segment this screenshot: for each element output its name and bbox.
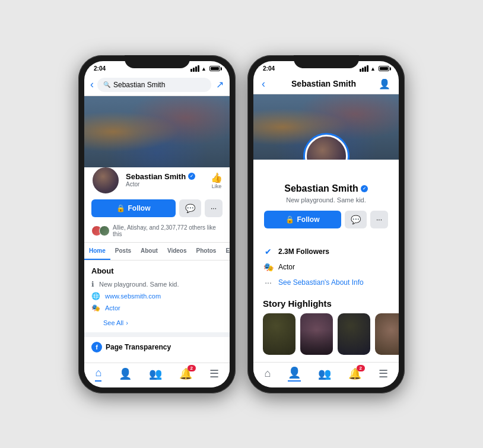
- nav-profile-left[interactable]: 👤: [119, 367, 132, 380]
- about-link-left[interactable]: www.sebsmith.com: [105, 293, 161, 300]
- more-dots-right: ···: [376, 215, 382, 224]
- highlight-2[interactable]: [300, 313, 333, 355]
- signal-r2: [362, 68, 364, 72]
- messenger-button-left[interactable]: 💬: [179, 199, 201, 217]
- nav-home-right[interactable]: ⌂: [264, 367, 271, 380]
- actor-icon: 🎭: [263, 262, 274, 272]
- notch-left: [125, 55, 190, 68]
- likes-text-left: Allie, Atishay, and 2,307,772 others lik…: [113, 224, 223, 237]
- about-dots-icon: ···: [263, 278, 274, 287]
- fb-letter-left: f: [96, 344, 98, 351]
- signal-1: [190, 69, 192, 72]
- back-button-left[interactable]: ‹: [90, 78, 94, 91]
- battery-left: [209, 66, 220, 71]
- info-item-about[interactable]: ··· See Sebastian's About Info: [263, 275, 389, 290]
- profile-section-left: Sebastian Smith ✓ Actor 👍 Like: [84, 167, 230, 199]
- nav-friends-right[interactable]: 👥: [318, 367, 331, 380]
- nav-notifications-right[interactable]: 🔔 2: [348, 367, 361, 380]
- search-box-left[interactable]: 🔍 Sebastian Smith: [97, 78, 211, 92]
- more-button-left[interactable]: ···: [205, 199, 223, 217]
- highlight-3[interactable]: [338, 313, 370, 355]
- info-item-followers: ✔ 2.3M Followers: [263, 244, 389, 259]
- avatar-left: [91, 166, 120, 195]
- nav-menu-left[interactable]: ☰: [209, 367, 219, 380]
- more-dots-left: ···: [211, 204, 217, 212]
- tab-home-left[interactable]: Home: [84, 243, 110, 260]
- notch-right: [294, 55, 359, 68]
- about-item-1-left: ℹ New playground. Same kid.: [91, 280, 223, 288]
- status-icons-right: ▲: [360, 65, 389, 72]
- nav-profile-right[interactable]: 👤: [288, 366, 301, 382]
- follow-button-left[interactable]: 🔒 Follow: [91, 199, 176, 217]
- globe-icon-left: 🌐: [91, 292, 100, 300]
- like-icon-left: 👍: [211, 172, 223, 183]
- signal-r4: [367, 65, 368, 72]
- messenger-icon-right: 💬: [351, 215, 361, 224]
- tab-more-left[interactable]: Eve: [221, 243, 230, 260]
- cover-photo-left: [84, 96, 230, 167]
- tab-videos-left[interactable]: Videos: [163, 243, 192, 260]
- story-highlights-title: Story Highlights: [253, 293, 399, 313]
- profile-tagline-right: New playground. Same kid.: [263, 196, 389, 204]
- followers-icon: ✔: [263, 247, 274, 256]
- info-list-right: ✔ 2.3M Followers 🎭 Actor ··· See Sebasti…: [253, 242, 399, 293]
- tab-about-left[interactable]: About: [136, 243, 163, 260]
- follow-lock-icon-left: 🔒: [116, 204, 125, 212]
- follow-button-right[interactable]: 🔒 Follow: [264, 211, 341, 228]
- divider-left: [84, 332, 230, 337]
- mini-avatar-2: [99, 225, 110, 236]
- left-screen: 2:04 ▲ ‹ 🔍: [84, 61, 230, 387]
- like-button-left[interactable]: 👍 Like: [211, 172, 223, 189]
- about-info-text[interactable]: See Sebastian's About Info: [278, 278, 364, 287]
- messenger-button-right[interactable]: 💬: [345, 211, 367, 228]
- notification-badge-right: 2: [357, 365, 365, 371]
- action-row-left: 🔒 Follow 💬 ···: [84, 199, 230, 222]
- share-button-left[interactable]: ↗: [216, 79, 224, 90]
- nav-bar-left: ‹ 🔍 Sebastian Smith ↗: [84, 74, 230, 96]
- bottom-nav-left: ⌂ 👤 👥 🔔 2 ☰: [84, 363, 230, 387]
- about-actor-left[interactable]: Actor: [105, 304, 120, 312]
- likes-row-left: Allie, Atishay, and 2,307,772 others lik…: [84, 222, 230, 242]
- tab-photos-left[interactable]: Photos: [192, 243, 221, 260]
- name-text-left: Sebastian Smith: [126, 172, 186, 181]
- film-icon-left: 🎭: [91, 304, 100, 312]
- nav-notifications-left[interactable]: 🔔 2: [179, 367, 192, 380]
- nav-home-left[interactable]: ⌂: [95, 367, 101, 382]
- verified-badge-right: ✓: [361, 185, 368, 192]
- right-phone: 2:04 ▲ ‹ Sebastian Smith: [247, 55, 405, 393]
- like-label-left: Like: [212, 183, 222, 189]
- nav-menu-right[interactable]: ☰: [379, 367, 388, 380]
- about-title-left: About: [91, 266, 223, 275]
- name-text-right: Sebastian Smith: [284, 183, 358, 194]
- time-right: 2:04: [263, 65, 275, 72]
- tab-posts-left[interactable]: Posts: [110, 243, 136, 260]
- battery-right: [379, 66, 389, 71]
- action-row-right: 🔒 Follow 💬 ···: [263, 211, 389, 228]
- highlights-row: [253, 313, 399, 361]
- right-screen: 2:04 ▲ ‹ Sebastian Smith: [253, 61, 399, 387]
- time-left: 2:04: [94, 65, 106, 72]
- nav-friends-left[interactable]: 👥: [149, 367, 162, 380]
- nav-title-right: Sebastian Smith: [291, 79, 356, 88]
- battery-fill-right: [380, 67, 388, 70]
- wifi-icon-left: ▲: [201, 66, 206, 72]
- info-item-actor: 🎭 Actor: [263, 259, 389, 275]
- more-button-right[interactable]: ···: [370, 211, 388, 228]
- profile-name-right: Sebastian Smith ✓: [263, 183, 389, 194]
- battery-fill-left: [211, 67, 219, 70]
- wifi-icon-right: ▲: [370, 66, 376, 72]
- highlight-1[interactable]: [263, 313, 295, 355]
- bottom-nav-right: ⌂ 👤 👥 🔔 2 ☰: [253, 362, 399, 387]
- back-button-right[interactable]: ‹: [262, 78, 265, 90]
- signal-4: [198, 65, 199, 72]
- about-item-2-left[interactable]: 🌐 www.sebsmith.com: [91, 292, 223, 300]
- likes-avatars-left: [91, 225, 107, 236]
- see-all-left[interactable]: See All ›: [91, 316, 223, 326]
- status-icons-left: ▲: [190, 65, 220, 72]
- followers-text: 2.3M Followers: [278, 247, 329, 256]
- profile-icon-right[interactable]: 👤: [379, 78, 390, 90]
- highlight-4[interactable]: [375, 313, 399, 355]
- signal-r3: [364, 66, 366, 72]
- see-all-text-left: See All: [103, 319, 123, 326]
- about-section-left: About ℹ New playground. Same kid. 🌐 www.…: [84, 260, 230, 332]
